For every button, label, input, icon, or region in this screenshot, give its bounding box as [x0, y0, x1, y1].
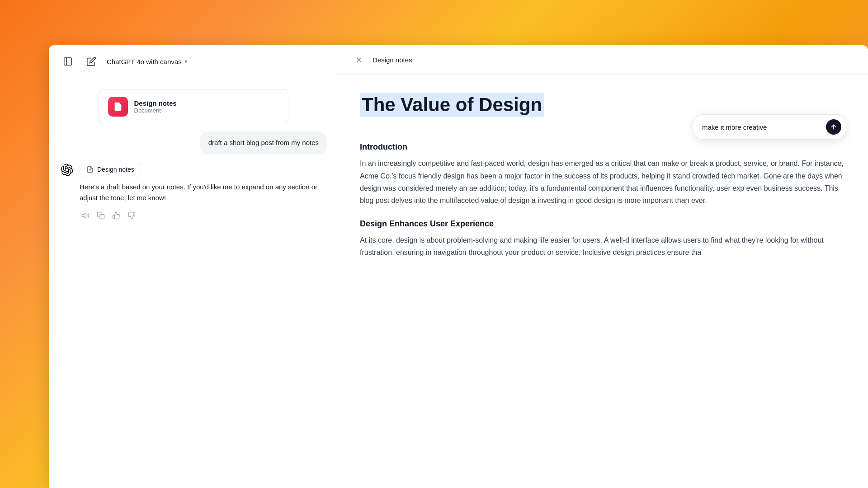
sidebar-toggle-button[interactable] [60, 53, 76, 70]
close-canvas-button[interactable] [353, 53, 365, 66]
new-chat-button[interactable] [83, 53, 99, 70]
document-heading: The Value of Design [360, 93, 544, 117]
main-window: ChatGPT 4o with canvas ▾ Design notes [49, 45, 868, 488]
canvas-prompt-send-button[interactable] [826, 119, 841, 135]
audio-button[interactable] [80, 210, 91, 221]
canvas-prompt-input[interactable] [702, 123, 822, 131]
section2-title: Design Enhances User Experience [360, 219, 846, 229]
canvas-panel: Design notes The Value of Design Introdu… [338, 45, 868, 488]
canvas-header: Design notes [338, 45, 868, 75]
section2-paragraph: At its core, design is about problem-sol… [360, 234, 846, 258]
copy-button[interactable] [95, 210, 107, 221]
canvas-body: The Value of Design Introduction In an i… [338, 75, 868, 488]
assistant-content: Design notes Here's a draft based on you… [80, 162, 327, 221]
intro-section-title: Introduction [360, 142, 846, 152]
chat-header: ChatGPT 4o with canvas ▾ [49, 45, 338, 78]
canvas-title: Design notes [373, 56, 412, 64]
thumbs-up-button[interactable] [110, 210, 122, 221]
card-text: Design notes Document [134, 99, 177, 114]
assistant-avatar [60, 163, 74, 177]
chat-body: Design notes Document draft a short blog… [49, 78, 338, 488]
assistant-response-row: Design notes Here's a draft based on you… [60, 162, 327, 221]
user-message-bubble: draft a short blog post from my notes [200, 131, 327, 155]
model-selector[interactable]: ChatGPT 4o with canvas ▾ [107, 58, 187, 66]
svg-rect-0 [64, 58, 72, 66]
assistant-response-text: Here's a draft based on your notes. If y… [80, 182, 327, 203]
chevron-down-icon: ▾ [184, 58, 187, 65]
canvas-prompt-overlay [693, 114, 846, 140]
design-notes-card[interactable]: Design notes Document [99, 89, 288, 124]
card-subtitle: Document [134, 107, 177, 114]
card-document-icon [108, 97, 128, 117]
document-pill[interactable]: Design notes [80, 162, 141, 177]
card-title: Design notes [134, 99, 177, 107]
thumbs-down-button[interactable] [126, 210, 137, 221]
action-buttons-row [80, 210, 327, 221]
intro-paragraph: In an increasingly competitive and fast-… [360, 157, 846, 206]
chat-panel: ChatGPT 4o with canvas ▾ Design notes [49, 45, 338, 488]
svg-rect-7 [100, 214, 104, 219]
svg-marker-6 [82, 213, 85, 218]
